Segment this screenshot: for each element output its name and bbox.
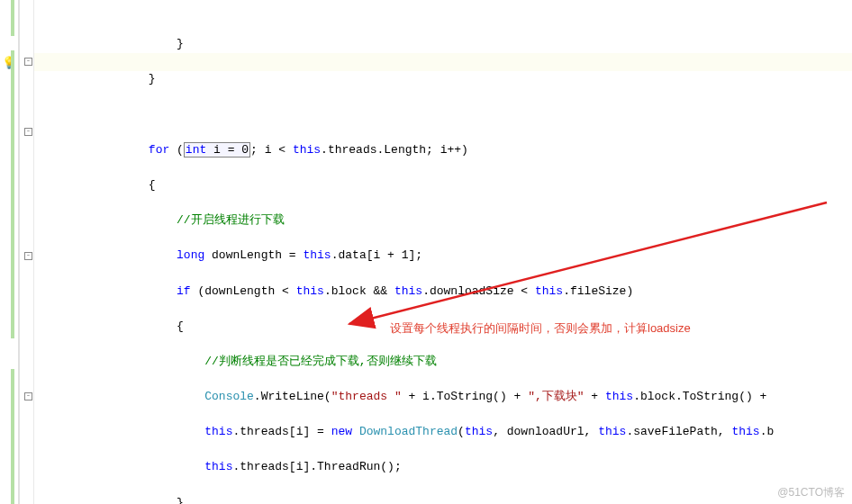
fold-icon[interactable]: - — [24, 252, 32, 260]
editor-container: 💡 - - - - } } for (int i = 0; i < this.t… — [0, 0, 852, 504]
code-line: } — [36, 70, 852, 88]
lightbulb-icon[interactable]: 💡 — [2, 56, 11, 68]
fold-icon[interactable]: - — [24, 58, 32, 66]
code-line: this.threads[i].ThreadRun(); — [36, 458, 852, 476]
watermark: @51CTO博客 — [777, 485, 845, 500]
code-line: //判断线程是否已经完成下载,否则继续下载 — [36, 353, 852, 371]
fold-icon[interactable]: - — [24, 392, 32, 400]
code-line: } — [36, 494, 852, 504]
code-line: if (downLength < this.block && this.down… — [36, 283, 852, 301]
fold-icon[interactable]: - — [24, 128, 32, 136]
code-line — [36, 106, 852, 124]
code-line: { — [36, 176, 852, 194]
code-line: } — [36, 35, 852, 53]
annotation-text: 设置每个线程执行的间隔时间，否则会累加，计算loadsize — [390, 320, 691, 338]
gutter: 💡 - - - - — [0, 0, 34, 504]
code-line: for (int i = 0; i < this.threads.Length;… — [36, 141, 852, 159]
code-area[interactable]: } } for (int i = 0; i < this.threads.Len… — [34, 0, 852, 504]
code-line: long downLength = this.data[i + 1]; — [36, 247, 852, 265]
code-line: //开启线程进行下载 — [36, 212, 852, 230]
code-line: this.threads[i] = new DownloadThread(thi… — [36, 423, 852, 441]
code-line: Console.WriteLine("threads " + i.ToStrin… — [36, 388, 852, 406]
